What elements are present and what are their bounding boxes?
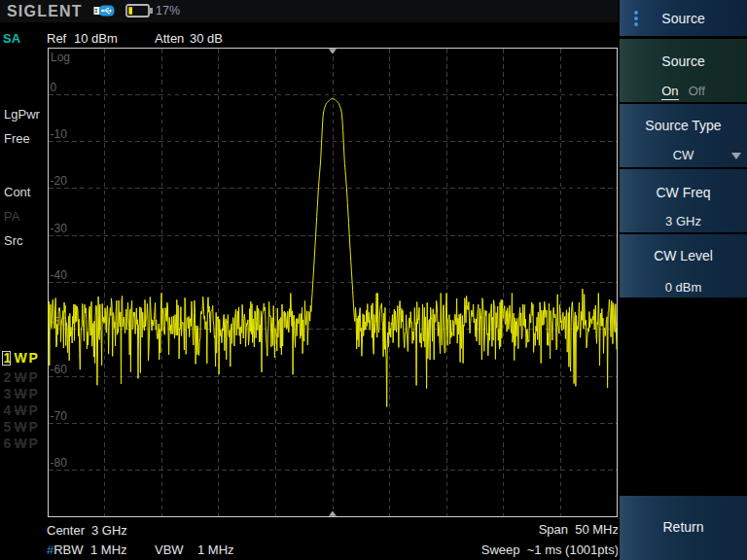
svg-text:-20: -20 xyxy=(51,174,68,188)
svg-text:-60: -60 xyxy=(51,363,68,376)
svg-text:0: 0 xyxy=(51,81,57,94)
svg-text:-40: -40 xyxy=(51,268,68,282)
svg-text:-10: -10 xyxy=(51,127,68,141)
svg-text:-70: -70 xyxy=(51,409,68,423)
svg-text:-80: -80 xyxy=(51,456,68,470)
svg-text:Log: Log xyxy=(51,51,70,64)
svg-text:-30: -30 xyxy=(51,222,68,235)
